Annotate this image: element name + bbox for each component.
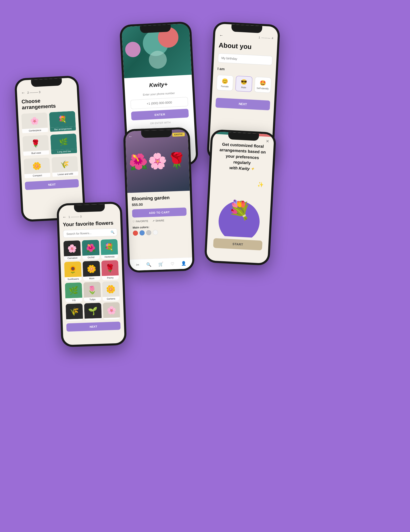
exotic-tag: EXOTIC [172, 132, 185, 137]
product-name: Blooming garden [131, 194, 186, 202]
nav-profile-icon[interactable]: 👤 [181, 261, 187, 266]
product-price: $55.00 [132, 201, 186, 207]
arrangement-loose-wild[interactable]: 🌾 Loose and wild [52, 156, 78, 178]
gender-selection-row: 😊 Female 😎 Male 🤩 Self-identify [212, 75, 275, 98]
arrangements-back-button[interactable]: ← [21, 91, 25, 95]
phone-product: EXOTIC ← 🌺🌸🌹 Blooming garden $55.00 ADD … [123, 127, 194, 273]
promo-line2: arrangements based on [219, 148, 266, 154]
add-to-cart-button[interactable]: ADD TO CART [132, 207, 187, 217]
female-emoji: 😊 [222, 78, 228, 84]
nav-search-icon[interactable]: 🔍 [146, 262, 152, 267]
self-identify-label: Self-identify [257, 87, 269, 90]
color-gray[interactable] [146, 230, 151, 235]
phone-flowers: ← 1 ——— 3 Your favorite flowers 🔍 🌸 Carn… [56, 202, 127, 347]
product-hero-image: EXOTIC ← 🌺🌸🌹 [125, 129, 190, 193]
bottom-navigation: ✂ 🔍 🛒 ♡ 👤 [130, 257, 192, 271]
arrangement-bar[interactable]: 💐 Bar arrangement [49, 111, 76, 133]
favorite-button[interactable]: ♡ FAVORITE [132, 219, 148, 223]
product-info: Blooming garden $55.00 ADD TO CART ♡ FAV… [127, 191, 191, 238]
male-emoji: 😎 [241, 79, 247, 85]
peony-image: 🌹 [101, 260, 119, 276]
flower-gerbera[interactable]: 🌼 Gerbera [102, 281, 120, 301]
centerpiece-image: 🌸 [21, 112, 48, 129]
color-blue[interactable] [139, 230, 145, 236]
nav-heart-icon[interactable]: ♡ [170, 261, 174, 266]
colors-label: Main colors: [132, 224, 187, 229]
promo-close-button[interactable]: ✕ [266, 139, 269, 144]
login-divider: OR ENTER WITH [150, 121, 170, 125]
product-back-button[interactable]: ← [128, 134, 133, 139]
heart-icon: ♡ [132, 220, 135, 223]
about-progress: 1 ——— 4 [259, 36, 274, 40]
flower-extra-1[interactable]: 🌾 [66, 303, 83, 321]
flowers-grid: 🌸 Carnation 🌺 Orchid 💐 Hortensia 🌻 Sunfl… [60, 239, 124, 321]
hortensia-label: Hortensia [101, 254, 118, 259]
nav-cart-icon[interactable]: 🛒 [158, 262, 164, 267]
orchid-label: Orchid [83, 255, 100, 260]
gender-self-identify-button[interactable]: 🤩 Self-identify [254, 77, 271, 93]
search-icon: 🔍 [111, 230, 115, 234]
about-next-button[interactable]: NEXT [216, 98, 270, 110]
arrangements-next-button[interactable]: NEXT [25, 179, 79, 190]
login-subtitle: Enter your phone number [143, 92, 175, 96]
promo-start-button[interactable]: START [213, 238, 263, 250]
hortensia-image: 💐 [100, 239, 118, 255]
flowers-progress: 1 ——— 3 [68, 215, 82, 218]
arrangement-long-low[interactable]: 🌿 Long and low [50, 134, 77, 155]
flowers-back-button[interactable]: ← [63, 215, 67, 219]
compact-image: 🌼 [24, 157, 50, 174]
nav-scissors-icon[interactable]: ✂ [136, 263, 139, 267]
share-icon: ↗ [152, 219, 154, 222]
flower-sunflowers[interactable]: 🌻 Sunflowers [64, 261, 82, 281]
carnation-image: 🌸 [63, 240, 81, 256]
promo-sparkle-icon: ✨ [257, 181, 264, 188]
loose-wild-image: 🌾 [52, 156, 78, 173]
enter-button[interactable]: ENTER [131, 109, 189, 121]
flower-lily[interactable]: 🌿 Lily [65, 282, 83, 302]
tulips-image: 🌷 [83, 282, 101, 298]
product-flower-image: 🌺🌸🌹 [128, 151, 187, 171]
extra-1-label [66, 319, 83, 321]
color-red[interactable] [133, 230, 138, 236]
flower-tulips[interactable]: 🌷 Tulips [83, 282, 101, 302]
flowers-next-button[interactable]: NEXT [66, 322, 121, 332]
extra-3-label [103, 317, 120, 319]
extra-3-image: 🌸 [103, 302, 120, 318]
flower-hortensia[interactable]: 💐 Hortensia [100, 239, 118, 259]
promo-line3: your preferences regularly [226, 154, 259, 165]
flowers-search-input[interactable] [63, 228, 117, 238]
share-button[interactable]: ↗ SHARE [152, 219, 164, 222]
sunflowers-label: Sunflowers [65, 277, 82, 281]
flower-peony[interactable]: 🌹 Peony [101, 260, 119, 280]
flower-carnation[interactable]: 🌸 Carnation [63, 240, 81, 260]
share-label: SHARE [155, 219, 164, 222]
phone-promo: ✕ Get customized floral arrangements bas… [204, 129, 276, 266]
extra-2-label [85, 318, 101, 320]
favorite-label: FAVORITE [136, 219, 148, 223]
gender-male-button[interactable]: 😎 Male [235, 76, 252, 92]
flower-extra-2[interactable]: 🌱 [84, 303, 102, 320]
extra-1-image: 🌾 [66, 303, 83, 319]
male-label: Male [241, 86, 246, 89]
gender-female-button[interactable]: 😊 Female [216, 75, 233, 91]
flower-extra-3[interactable]: 🌸 [103, 302, 120, 319]
arrangements-grid: 🌸 Centerpiece 💐 Bar arrangement 🌹 Bud va… [18, 111, 81, 179]
about-back-button[interactable]: ← [219, 33, 223, 38]
product-colors-row [133, 229, 187, 236]
bud-vase-image: 🌹 [22, 135, 49, 152]
promo-text: Get customized floral arrangements based… [211, 134, 274, 177]
arrangement-centerpiece[interactable]: 🌸 Centerpiece [21, 112, 48, 134]
promo-line1: Get customized floral [222, 142, 264, 148]
peony-label: Peony [102, 275, 119, 280]
color-white[interactable] [153, 230, 158, 235]
flowers-search-container: 🔍 [63, 228, 117, 238]
sunflowers-image: 🌻 [64, 261, 81, 277]
carnation-label: Carnation [64, 256, 81, 260]
flower-orchid[interactable]: 🌺 Orchid [82, 240, 100, 260]
arrangement-bud-vase[interactable]: 🌹 Bud vase [22, 135, 49, 157]
flower-mum[interactable]: 🌼 Mum [83, 261, 100, 281]
app-logo: Kwity+ [149, 81, 168, 89]
gerbera-label: Gerbera [102, 296, 120, 301]
arrangement-compact[interactable]: 🌼 Compact [24, 157, 50, 179]
phone-input[interactable] [130, 97, 188, 109]
